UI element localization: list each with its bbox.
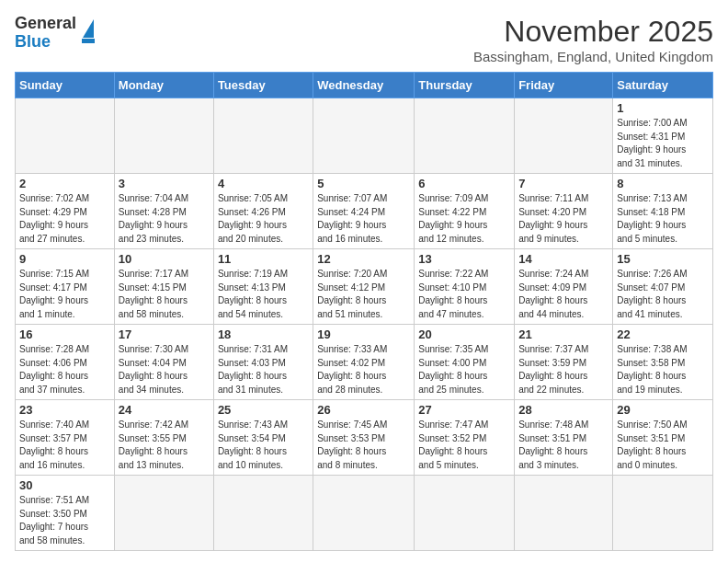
calendar-day-cell: 19Sunrise: 7:33 AM Sunset: 4:02 PM Dayli…: [313, 325, 415, 400]
logo: GeneralBlue: [15, 15, 95, 52]
weekday-header-cell: Friday: [515, 73, 613, 98]
calendar-day-cell: 14Sunrise: 7:24 AM Sunset: 4:09 PM Dayli…: [515, 249, 613, 325]
day-number: 18: [218, 327, 309, 341]
day-info: Sunrise: 7:02 AM Sunset: 4:29 PM Dayligh…: [19, 192, 110, 246]
day-number: 27: [418, 403, 510, 417]
day-number: 23: [19, 403, 110, 417]
calendar-day-cell: 15Sunrise: 7:26 AM Sunset: 4:07 PM Dayli…: [613, 249, 713, 325]
calendar-day-cell: [213, 476, 313, 551]
day-number: 28: [518, 403, 609, 417]
calendar-day-cell: 6Sunrise: 7:09 AM Sunset: 4:22 PM Daylig…: [415, 174, 515, 249]
calendar-day-cell: [114, 476, 213, 551]
calendar-day-cell: [313, 476, 415, 551]
logo-text: GeneralBlue: [15, 15, 76, 52]
day-number: 25: [218, 403, 309, 417]
day-info: Sunrise: 7:19 AM Sunset: 4:13 PM Dayligh…: [218, 268, 309, 321]
day-number: 16: [19, 327, 110, 341]
day-info: Sunrise: 7:33 AM Sunset: 4:02 PM Dayligh…: [317, 343, 410, 396]
day-number: 13: [418, 252, 510, 266]
day-info: Sunrise: 7:17 AM Sunset: 4:15 PM Dayligh…: [119, 268, 210, 321]
day-info: Sunrise: 7:13 AM Sunset: 4:18 PM Dayligh…: [617, 192, 709, 246]
day-info: Sunrise: 7:50 AM Sunset: 3:51 PM Dayligh…: [617, 419, 709, 472]
day-info: Sunrise: 7:43 AM Sunset: 3:54 PM Dayligh…: [218, 419, 309, 472]
day-number: 30: [19, 478, 110, 492]
day-number: 9: [19, 252, 110, 266]
day-info: Sunrise: 7:47 AM Sunset: 3:52 PM Dayligh…: [418, 419, 510, 472]
day-info: Sunrise: 7:51 AM Sunset: 3:50 PM Dayligh…: [19, 494, 110, 547]
day-number: 14: [518, 252, 609, 266]
calendar-day-cell: 26Sunrise: 7:45 AM Sunset: 3:53 PM Dayli…: [313, 400, 415, 476]
calendar-body: 1Sunrise: 7:00 AM Sunset: 4:31 PM Daylig…: [16, 98, 713, 551]
calendar-day-cell: [114, 98, 213, 174]
day-info: Sunrise: 7:31 AM Sunset: 4:03 PM Dayligh…: [218, 343, 309, 396]
weekday-header-cell: Monday: [114, 73, 213, 98]
calendar-day-cell: 17Sunrise: 7:30 AM Sunset: 4:04 PM Dayli…: [114, 325, 213, 400]
day-info: Sunrise: 7:04 AM Sunset: 4:28 PM Dayligh…: [119, 192, 210, 246]
day-info: Sunrise: 7:07 AM Sunset: 4:24 PM Dayligh…: [317, 192, 410, 246]
day-number: 21: [518, 327, 609, 341]
day-info: Sunrise: 7:30 AM Sunset: 4:04 PM Dayligh…: [119, 343, 210, 396]
day-info: Sunrise: 7:48 AM Sunset: 3:51 PM Dayligh…: [518, 419, 609, 472]
calendar-day-cell: 22Sunrise: 7:38 AM Sunset: 3:58 PM Dayli…: [613, 325, 713, 400]
day-number: 29: [617, 403, 709, 417]
day-number: 7: [518, 177, 609, 190]
calendar-week-row: 1Sunrise: 7:00 AM Sunset: 4:31 PM Daylig…: [16, 98, 713, 174]
weekday-header-cell: Saturday: [613, 73, 713, 98]
day-info: Sunrise: 7:09 AM Sunset: 4:22 PM Dayligh…: [418, 192, 510, 246]
calendar-day-cell: [415, 476, 515, 551]
day-number: 22: [617, 327, 709, 341]
calendar-day-cell: 12Sunrise: 7:20 AM Sunset: 4:12 PM Dayli…: [313, 249, 415, 325]
day-number: 19: [317, 327, 410, 341]
calendar-day-cell: 28Sunrise: 7:48 AM Sunset: 3:51 PM Dayli…: [515, 400, 613, 476]
calendar-table: SundayMondayTuesdayWednesdayThursdayFrid…: [15, 72, 713, 551]
weekday-header-row: SundayMondayTuesdayWednesdayThursdayFrid…: [16, 73, 713, 98]
calendar-day-cell: 21Sunrise: 7:37 AM Sunset: 3:59 PM Dayli…: [515, 325, 613, 400]
calendar-day-cell: 25Sunrise: 7:43 AM Sunset: 3:54 PM Dayli…: [213, 400, 313, 476]
calendar-day-cell: 8Sunrise: 7:13 AM Sunset: 4:18 PM Daylig…: [613, 174, 713, 249]
calendar-day-cell: [515, 98, 613, 174]
calendar-day-cell: 2Sunrise: 7:02 AM Sunset: 4:29 PM Daylig…: [16, 174, 115, 249]
calendar-day-cell: 1Sunrise: 7:00 AM Sunset: 4:31 PM Daylig…: [613, 98, 713, 174]
calendar-day-cell: 4Sunrise: 7:05 AM Sunset: 4:26 PM Daylig…: [213, 174, 313, 249]
header: GeneralBlue November 2025 Bassingham, En…: [15, 15, 713, 64]
day-info: Sunrise: 7:45 AM Sunset: 3:53 PM Dayligh…: [317, 419, 410, 472]
calendar-week-row: 16Sunrise: 7:28 AM Sunset: 4:06 PM Dayli…: [16, 325, 713, 400]
day-info: Sunrise: 7:15 AM Sunset: 4:17 PM Dayligh…: [19, 268, 110, 321]
calendar-day-cell: [415, 98, 515, 174]
day-info: Sunrise: 7:26 AM Sunset: 4:07 PM Dayligh…: [617, 268, 709, 321]
calendar-day-cell: 10Sunrise: 7:17 AM Sunset: 4:15 PM Dayli…: [114, 249, 213, 325]
calendar-day-cell: 24Sunrise: 7:42 AM Sunset: 3:55 PM Dayli…: [114, 400, 213, 476]
weekday-header-cell: Thursday: [415, 73, 515, 98]
location-title: Bassingham, England, United Kingdom: [473, 49, 713, 64]
calendar-day-cell: 27Sunrise: 7:47 AM Sunset: 3:52 PM Dayli…: [415, 400, 515, 476]
calendar-day-cell: 23Sunrise: 7:40 AM Sunset: 3:57 PM Dayli…: [16, 400, 115, 476]
calendar-week-row: 23Sunrise: 7:40 AM Sunset: 3:57 PM Dayli…: [16, 400, 713, 476]
day-number: 24: [119, 403, 210, 417]
day-info: Sunrise: 7:28 AM Sunset: 4:06 PM Dayligh…: [19, 343, 110, 396]
calendar-day-cell: [16, 98, 115, 174]
title-area: November 2025 Bassingham, England, Unite…: [473, 15, 713, 64]
calendar-day-cell: 3Sunrise: 7:04 AM Sunset: 4:28 PM Daylig…: [114, 174, 213, 249]
day-number: 26: [317, 403, 410, 417]
calendar-day-cell: 9Sunrise: 7:15 AM Sunset: 4:17 PM Daylig…: [16, 249, 115, 325]
day-info: Sunrise: 7:00 AM Sunset: 4:31 PM Dayligh…: [617, 117, 709, 170]
calendar-day-cell: 29Sunrise: 7:50 AM Sunset: 3:51 PM Dayli…: [613, 400, 713, 476]
day-number: 10: [119, 252, 210, 266]
calendar-day-cell: 20Sunrise: 7:35 AM Sunset: 4:00 PM Dayli…: [415, 325, 515, 400]
day-number: 11: [218, 252, 309, 266]
calendar-day-cell: 5Sunrise: 7:07 AM Sunset: 4:24 PM Daylig…: [313, 174, 415, 249]
weekday-header-cell: Wednesday: [313, 73, 415, 98]
calendar-day-cell: [613, 476, 713, 551]
day-number: 5: [317, 177, 410, 190]
calendar-week-row: 30Sunrise: 7:51 AM Sunset: 3:50 PM Dayli…: [16, 476, 713, 551]
calendar-day-cell: 18Sunrise: 7:31 AM Sunset: 4:03 PM Dayli…: [213, 325, 313, 400]
day-info: Sunrise: 7:38 AM Sunset: 3:58 PM Dayligh…: [617, 343, 709, 396]
day-number: 1: [617, 101, 709, 115]
day-number: 6: [418, 177, 510, 190]
calendar-week-row: 9Sunrise: 7:15 AM Sunset: 4:17 PM Daylig…: [16, 249, 713, 325]
day-number: 20: [418, 327, 510, 341]
day-number: 8: [617, 177, 709, 190]
day-number: 15: [617, 252, 709, 266]
day-number: 12: [317, 252, 410, 266]
day-info: Sunrise: 7:37 AM Sunset: 3:59 PM Dayligh…: [518, 343, 609, 396]
